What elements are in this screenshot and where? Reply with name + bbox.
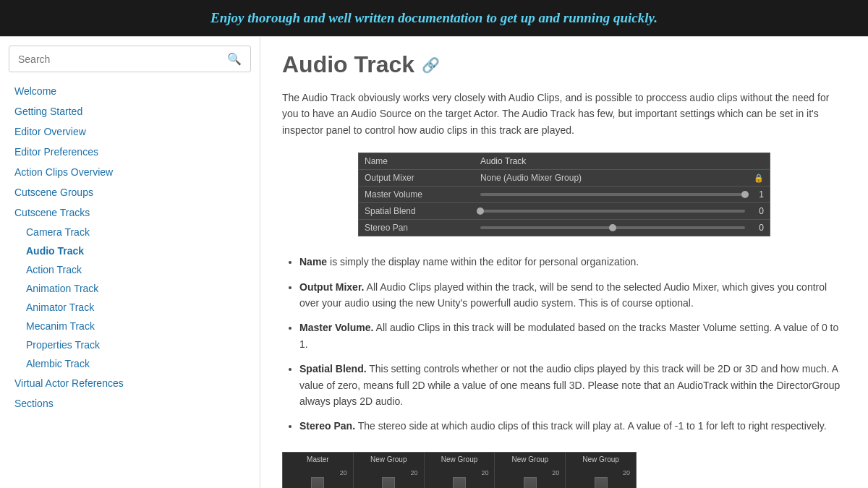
inspector-table: NameAudio TrackOutput MixerNone (Audio M… (358, 153, 770, 236)
mixer-channel: New Group 20 0 (425, 453, 495, 488)
sidebar-item-camera-track[interactable]: Camera Track (0, 223, 260, 241)
content-list: Name is simply the display name within t… (282, 254, 846, 435)
sidebar-item-editor-preferences[interactable]: Editor Preferences (0, 142, 260, 162)
sidebar-item-animation-track[interactable]: Animation Track (0, 279, 260, 298)
inspector-label: Master Volume (365, 189, 480, 200)
mixer-fader-area: 20 0 (427, 465, 492, 488)
page-title-text: Audio Track (282, 51, 414, 78)
inspector-label: Stereo Pan (365, 223, 480, 233)
inspector-row-master-volume: Master Volume1 (359, 187, 770, 203)
mixer-fader[interactable] (595, 477, 608, 488)
bullet-text: All Audio Clips played within the track,… (299, 281, 827, 309)
inspector-label: Name (365, 156, 480, 166)
bullet-text: The stereo side at which audio clips of … (358, 420, 827, 432)
mixer-channel-name: Master (307, 455, 329, 463)
bullet-text: All audio Clips in this track will be mo… (299, 322, 838, 349)
sidebar-item-cutscene-tracks[interactable]: Cutscene Tracks (0, 202, 260, 223)
sidebar: 🔍 WelcomeGetting StartedEditor OverviewE… (0, 37, 260, 488)
mixer-db-label: 20 (623, 469, 630, 476)
bullet-term: Master Volume. (299, 322, 373, 333)
mixer-db-label: 20 (411, 469, 418, 476)
bullet-text: is simply the display name within the ed… (330, 256, 639, 267)
mixer-fader[interactable] (524, 477, 537, 488)
mixer-channel-name: New Group (370, 455, 407, 463)
inspector-row-stereo-pan: Stereo Pan0 (359, 220, 770, 236)
slider-thumb (741, 191, 749, 198)
mixer-fader[interactable] (311, 477, 324, 488)
inspector-row-name: NameAudio Track (359, 153, 770, 170)
sidebar-item-action-clips-overview[interactable]: Action Clips Overview (0, 162, 260, 182)
sidebar-item-mecanim-track[interactable]: Mecanim Track (0, 317, 260, 335)
list-item: Spatial Blend. This setting controls whe… (299, 361, 846, 409)
sidebar-item-getting-started[interactable]: Getting Started (0, 101, 260, 121)
slider-track[interactable] (480, 226, 745, 229)
sidebar-item-properties-track[interactable]: Properties Track (0, 335, 260, 354)
mixer-db-label: 20 (481, 469, 488, 476)
select-value: None (Audio Mixer Group) (480, 173, 749, 183)
mixer-channel-name: New Group (441, 455, 478, 463)
audio-mixer: Master 20 0 New Group 20 0 New Group 20 … (282, 452, 637, 488)
intro-paragraph: The Audio Track obviously works very clo… (282, 90, 846, 138)
mixer-fader-area: 20 0 (569, 465, 633, 488)
mixer-db-label: 20 (340, 469, 347, 476)
slider-thumb (477, 207, 484, 215)
mixer-fader-area: 20 0 (498, 465, 562, 488)
bullet-term: Output Mixer. (299, 281, 364, 293)
inspector-value[interactable]: 1 (480, 189, 764, 200)
inspector-row-spatial-blend: Spatial Blend0 (359, 203, 770, 220)
mixer-channel: Master 20 0 (283, 453, 354, 488)
mixer-channel-name: New Group (512, 455, 549, 463)
bullet-text: This setting controls whether or not the… (299, 363, 840, 407)
slider-value: 1 (749, 189, 764, 200)
slider-track[interactable] (480, 193, 745, 196)
sidebar-item-editor-overview[interactable]: Editor Overview (0, 121, 260, 142)
sidebar-item-animator-track[interactable]: Animator Track (0, 298, 260, 317)
lock-icon: 🔒 (754, 174, 764, 183)
search-container[interactable]: 🔍 (9, 46, 251, 72)
mixer-channel-name: New Group (582, 455, 619, 463)
mixer-fader[interactable] (453, 477, 466, 488)
sidebar-item-audio-track[interactable]: Audio Track (0, 241, 260, 260)
mixer-fader-area: 20 0 (286, 465, 350, 488)
inspector-value[interactable]: None (Audio Mixer Group)🔒 (480, 173, 764, 183)
main-content: Audio Track 🔗 The Audio Track obviously … (260, 37, 868, 488)
sidebar-item-action-track[interactable]: Action Track (0, 260, 260, 279)
mixer-channel: New Group 20 0 (354, 453, 425, 488)
mixer-channel: New Group 20 0 (495, 453, 566, 488)
slider-value: 0 (749, 223, 764, 233)
list-item: Name is simply the display name within t… (299, 254, 846, 270)
inspector-row-output-mixer: Output MixerNone (Audio Mixer Group)🔒 (359, 170, 770, 187)
mixer-fader-area: 20 0 (357, 465, 421, 488)
inspector-value[interactable]: 0 (480, 223, 764, 233)
inspector-label: Spatial Blend (365, 206, 480, 216)
sidebar-item-welcome[interactable]: Welcome (0, 81, 260, 101)
top-banner: Enjoy thorough and well written document… (0, 0, 868, 36)
bullet-term: Stereo Pan. (299, 420, 355, 432)
list-item: Master Volume. All audio Clips in this t… (299, 320, 846, 352)
slider-thumb (609, 224, 616, 231)
slider-track[interactable] (480, 210, 745, 213)
mixer-db-label: 20 (552, 469, 559, 476)
page-title: Audio Track 🔗 (282, 51, 846, 78)
inspector-value[interactable]: 0 (480, 206, 764, 216)
search-button[interactable]: 🔍 (227, 52, 242, 66)
mixer-channel: New Group 20 0 (566, 453, 636, 488)
sidebar-nav: WelcomeGetting StartedEditor OverviewEdi… (0, 81, 260, 414)
page-layout: 🔍 WelcomeGetting StartedEditor OverviewE… (0, 37, 868, 488)
list-item: Stereo Pan. The stereo side at which aud… (299, 418, 846, 434)
search-input[interactable] (18, 53, 227, 65)
sidebar-item-sections[interactable]: Sections (0, 393, 260, 414)
sidebar-item-virtual-actor[interactable]: Virtual Actor References (0, 373, 260, 393)
bullet-term: Spatial Blend. (299, 363, 367, 374)
inspector-value: Audio Track (480, 156, 764, 166)
mixer-fader[interactable] (382, 477, 395, 488)
inspector-label: Output Mixer (365, 173, 480, 183)
bullet-term: Name (299, 256, 327, 267)
list-item: Output Mixer. All Audio Clips played wit… (299, 279, 846, 312)
link-icon[interactable]: 🔗 (422, 56, 440, 74)
sidebar-item-cutscene-groups[interactable]: Cutscene Groups (0, 182, 260, 202)
slider-value: 0 (749, 206, 764, 216)
sidebar-item-alembic-track[interactable]: Alembic Track (0, 354, 260, 373)
